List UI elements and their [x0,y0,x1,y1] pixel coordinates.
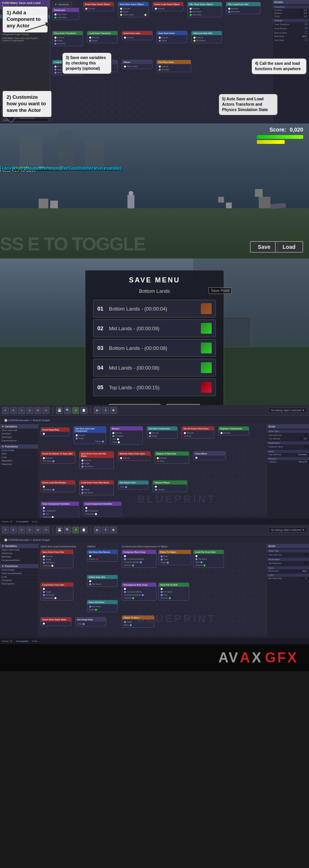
bp1-node-row2-2: Save Actor From Slot By Name Execute Tar… [79,451,114,469]
bp2-start-tick[interactable]: Start with Tick ☑ [267,552,309,557]
save-slot-4[interactable]: 04 Mid Lands - (00:00:08) [93,359,216,377]
health-bars [257,135,303,145]
tb2-view[interactable]: V [18,527,25,534]
tb2-debug[interactable]: D [26,527,33,534]
bp1-r2-n5-h: Close Menu [194,452,226,456]
tb2-stop[interactable]: ⏹ [110,527,117,534]
bp1-r3-n3-b: Char [118,485,148,489]
save-slot-5[interactable]: 05 Top Lands - (00:00:15) [93,378,216,396]
save-menu-location: Bottom Lands [85,288,224,294]
save-custom-field[interactable]: Save Custom ☐ [273,30,309,35]
save-physics-checkbox[interactable]: ☑ [305,27,307,30]
save-slot-1[interactable]: 01 Bottom Lands - (00:00:04) [93,300,216,317]
bp1-r2-n5-b [194,456,226,460]
toolbar-edit[interactable]: E [10,407,17,414]
save-physics-field[interactable]: Save Physics ☑ [273,26,309,30]
func-open-door[interactable]: OpenDoor [0,463,38,466]
bp2-n11-r4: Success [195,564,222,567]
node-load-row: Execute [154,7,182,10]
bp2-var2[interactable]: ActorArray [0,552,38,555]
tb2-save[interactable]: 💾 [56,527,63,534]
save-slot-2[interactable]: 02 Mid Lands - (00:00:09) [93,319,216,337]
bp2-net-label: Net Replicate [268,562,281,564]
bp1-r2-n1-r1: Execute [42,456,74,459]
func-spawn-box[interactable]: SpawnBox [0,459,38,463]
tb2-compile[interactable]: ⚙ [72,527,79,534]
node-tile-load-header: Tile: Load From Slot [226,2,260,6]
slot-name-value: Slot0 [300,35,307,37]
tb2-file[interactable]: F [2,527,9,534]
save-slot-3[interactable]: 03 Bottom Lands - (00:00:08) [93,339,216,357]
var-save-load[interactable]: Save and Load [0,429,38,432]
bp1-node6: Register Components Execute [218,426,249,436]
slot-num-4: 04 [97,365,109,371]
scale-label: Scale [274,15,280,17]
load-button[interactable]: Load [275,241,303,253]
toolbar-compile-icon[interactable]: ⚙ [72,407,79,414]
save-custom-checkbox[interactable]: ☐ [305,31,307,34]
save-button[interactable]: Save [250,241,278,253]
bp1-node-row2-1: Event On Button To Save Slot Execute Slo… [41,451,75,464]
bp2-func-event[interactable]: Event Graph [0,568,38,572]
breadcrumb-path-2[interactable]: CSWShowcase > Event Graph [8,538,50,542]
save-transform-checkbox[interactable]: ☑ [305,22,307,26]
bp2-func-save[interactable]: Save (compressed) [0,572,38,575]
breadcrumb-path-1[interactable]: CSWShowcase > Event Graph [8,419,50,422]
save-transform-field[interactable]: Save Transform ☑ [273,22,309,26]
bp2-var3[interactable]: ByteData [0,555,38,559]
func-load[interactable]: Load [0,456,38,459]
bp2-func-compress[interactable]: Compress [0,579,38,582]
bp2-var4[interactable]: CompressedData [0,559,38,562]
bp2-label-save-load: Save and Load (compressed) [41,545,83,549]
st-row2: Target [54,39,81,42]
toolbar-stop-icon[interactable]: ⏹ [110,407,117,414]
status2-time: 0.08s [32,640,38,642]
bg-building1 [19,135,42,166]
toolbar-help[interactable]: H [42,407,49,414]
auto-save-field[interactable]: Auto Save ☐ [273,38,309,42]
tick-checkbox[interactable]: ☑ [305,433,307,437]
toolbar-find-icon[interactable]: 🔍 [64,407,71,414]
toolbar-view[interactable]: V [18,407,25,414]
save-game-button[interactable]: Save Game [109,404,161,405]
bp2-node12: Event Save Game State [41,617,71,626]
var-actor-ref[interactable]: ActorRef [0,432,38,436]
toolbar-save-icon[interactable]: 💾 [56,407,63,414]
exit-button[interactable]: Exit [166,404,200,405]
tb2-play[interactable]: ▶ [94,527,101,534]
bp2-net-cb[interactable]: ☐ [305,561,307,565]
bp1-n5-body: Execute Array [182,431,214,438]
bp2-tick-cb[interactable]: ☑ [305,553,307,556]
bp2-var1[interactable]: Save Load Comp [0,548,38,552]
score-value: 0,020 [290,127,303,133]
bp1-r2-n4-r1: Execute [156,456,188,459]
var-game-inst[interactable]: GameInstance [0,439,38,442]
tb2-edit[interactable]: E [10,527,17,534]
rep-move-checkbox[interactable]: ☐ [305,445,307,448]
toolbar-play-icon[interactable]: ▶ [94,407,101,414]
tb2-help[interactable]: H [42,527,49,534]
bp2-n6-r2: UncompressedData [123,557,155,561]
tb2-pause[interactable]: ⏸ [102,527,109,534]
tb2-diff[interactable]: 📋 [80,527,87,534]
start-with-tick[interactable]: Start with Tick ☑ [267,433,309,437]
bp2-func-decompress[interactable]: Decompress [0,582,38,586]
bp1-r2-n3-r1: Execute [119,456,149,459]
debug-select[interactable]: No debug object selected ▼ [268,408,307,413]
func-event-graph[interactable]: Event Graph [0,449,38,452]
tb2-window[interactable]: W [34,527,41,534]
scale-field: Scale 1.0 [273,15,309,18]
toolbar-debug[interactable]: D [26,407,33,414]
toolbar-pause-icon[interactable]: ⏸ [102,407,109,414]
toolbar-window[interactable]: W [34,407,41,414]
var-slot-name[interactable]: SlotName [0,436,38,439]
bp2-func-load[interactable]: Load [0,575,38,579]
func-save[interactable]: Save [0,452,38,456]
auto-save-checkbox[interactable]: ☐ [305,38,307,42]
toolbar-file[interactable]: F [2,407,9,414]
toolbar-diff-icon[interactable]: 📋 [80,407,87,414]
bp1-r3-n2-r3: Slot Name [81,491,112,494]
tb2-find[interactable]: 🔍 [64,527,71,534]
tb2-debug-select[interactable]: No debug object selected ▼ [268,527,307,532]
bp1-r4-n2-b: Component OnLoaded [83,506,121,516]
